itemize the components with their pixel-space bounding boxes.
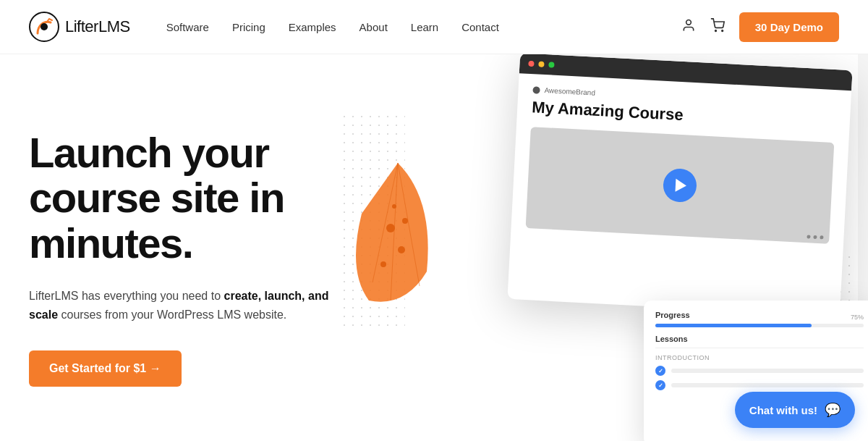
hero-left: Launch your course site in minutes. Lift… bbox=[29, 130, 405, 387]
chat-label: Chat with us! bbox=[749, 404, 817, 416]
lesson-line-1 bbox=[671, 369, 864, 373]
lesson-item-1: ✓ bbox=[655, 366, 864, 376]
nav-pricing[interactable]: Pricing bbox=[232, 21, 265, 33]
hero-desc-end: courses from your WordPress LMS website. bbox=[58, 308, 286, 321]
ctrl-dot-1 bbox=[807, 235, 810, 238]
logo-text: LifterLMS bbox=[65, 17, 130, 36]
cart-icon bbox=[710, 18, 725, 33]
chat-icon: 💬 bbox=[825, 402, 841, 418]
orange-slice-decoration bbox=[354, 156, 441, 315]
lesson-item-2: ✓ bbox=[655, 380, 864, 390]
check-mark-1: ✓ bbox=[658, 368, 663, 374]
hero-section: Launch your course site in minutes. Lift… bbox=[0, 54, 868, 441]
hero-desc-plain: LifterLMS has everything you need to bbox=[29, 290, 224, 302]
brand-avatar-dot bbox=[532, 86, 540, 94]
window-dot-green bbox=[548, 62, 554, 67]
browser-window-main: AwesomeBrand My Amazing Course bbox=[507, 54, 852, 316]
user-icon bbox=[681, 18, 696, 33]
hero-description: LifterLMS has everything you need to cre… bbox=[29, 287, 347, 325]
play-button[interactable] bbox=[663, 168, 697, 203]
intro-section-label: INTRODUCTION bbox=[655, 354, 864, 361]
chat-bubble[interactable]: Chat with us! 💬 bbox=[735, 392, 855, 428]
ctrl-dot-2 bbox=[813, 235, 817, 239]
check-mark-2: ✓ bbox=[658, 382, 663, 389]
progress-label: Progress bbox=[655, 311, 864, 319]
divider bbox=[655, 348, 864, 348]
logo-icon bbox=[29, 12, 59, 42]
nav-examples[interactable]: Examples bbox=[289, 21, 336, 33]
progress-bar-fill bbox=[655, 324, 812, 327]
progress-percentage: 75% bbox=[851, 314, 864, 321]
svg-point-2 bbox=[686, 20, 691, 25]
svg-point-5 bbox=[386, 224, 395, 232]
window-dot-red bbox=[528, 61, 534, 67]
logo[interactable]: LifterLMS bbox=[29, 12, 130, 42]
brand-name: AwesomeBrand bbox=[544, 86, 595, 97]
svg-point-7 bbox=[380, 261, 386, 267]
svg-point-3 bbox=[715, 30, 716, 31]
cta-button[interactable]: Get Started for $1 → bbox=[29, 350, 182, 387]
nav-learn[interactable]: Learn bbox=[411, 21, 438, 33]
hero-title: Launch your course site in minutes. bbox=[29, 130, 405, 266]
navbar: LifterLMS Software Pricing Examples Abou… bbox=[0, 0, 868, 54]
check-circle-2: ✓ bbox=[655, 380, 665, 390]
window-dot-yellow bbox=[538, 62, 544, 67]
video-player[interactable] bbox=[526, 127, 835, 244]
svg-point-6 bbox=[398, 246, 405, 253]
play-triangle-icon bbox=[675, 179, 686, 193]
hero-right: AwesomeBrand My Amazing Course Progress bbox=[398, 54, 868, 441]
nav-about[interactable]: About bbox=[359, 21, 388, 33]
lessons-label: Lessons bbox=[655, 335, 864, 343]
nav-icons bbox=[681, 18, 725, 36]
svg-point-8 bbox=[402, 218, 408, 224]
browser-content: AwesomeBrand My Amazing Course bbox=[511, 73, 851, 256]
progress-bar-background: 75% bbox=[655, 324, 864, 327]
cart-icon-button[interactable] bbox=[710, 18, 725, 36]
account-icon-button[interactable] bbox=[681, 18, 696, 36]
check-circle-1: ✓ bbox=[655, 366, 665, 376]
video-controls bbox=[807, 235, 823, 239]
svg-point-4 bbox=[722, 30, 723, 31]
nav-software[interactable]: Software bbox=[166, 21, 209, 33]
ctrl-dot-3 bbox=[820, 235, 823, 239]
lesson-line-2 bbox=[671, 383, 864, 387]
nav-contact[interactable]: Contact bbox=[461, 21, 499, 33]
svg-point-1 bbox=[41, 23, 48, 30]
demo-button[interactable]: 30 Day Demo bbox=[739, 12, 839, 42]
nav-links: Software Pricing Examples About Learn Co… bbox=[166, 21, 681, 33]
